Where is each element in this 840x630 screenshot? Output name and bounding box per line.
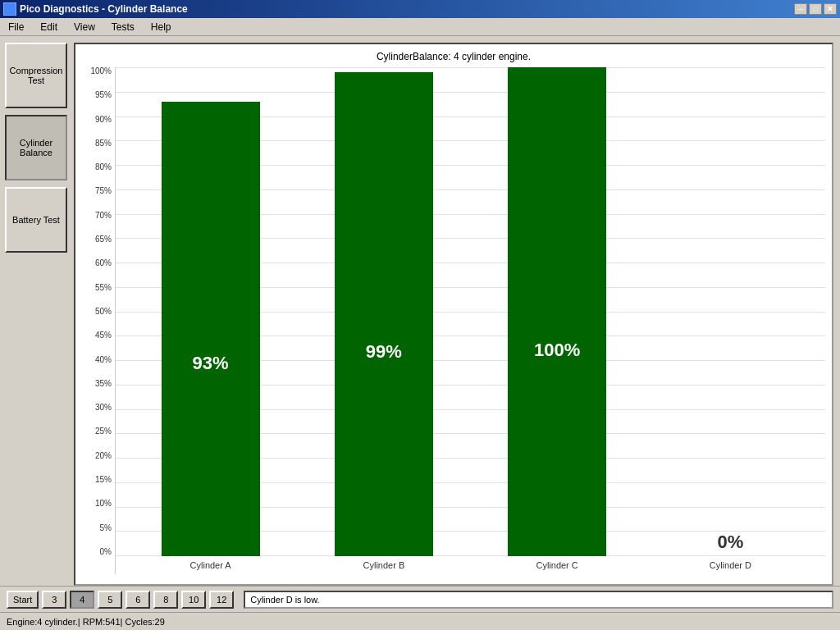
btn-3[interactable]: 3 [42,591,66,609]
bottom-toolbar: Start 3 4 5 6 8 10 12 Cylinder D is low. [0,586,840,612]
menu-bar: File Edit View Tests Help [0,18,840,36]
sidebar-compression-test[interactable]: Compression Test [5,43,67,108]
bar-wrapper-0: 93% [124,67,297,556]
start-button[interactable]: Start [7,591,39,609]
y-label-1: 95% [95,91,112,99]
menu-view[interactable]: View [69,20,100,34]
chart-container: 100% 95% 90% 85% 80% 75% 70% 65% 60% 55%… [82,67,825,574]
sidebar: Compression Test Cylinder Balance Batter… [0,36,74,586]
sidebar-cylinder-balance[interactable]: Cylinder Balance [5,115,67,180]
menu-file[interactable]: File [3,20,29,34]
status-bar: Engine:4 cylinder.| RPM:541| Cycles:29 [0,612,840,630]
sidebar-battery-test[interactable]: Battery Test [5,187,67,253]
btn-5[interactable]: 5 [98,591,122,609]
chart-body: 93%99%100%0% Cylinder ACylinder BCylinde… [115,67,825,574]
close-button[interactable]: ✕ [824,3,837,15]
menu-help[interactable]: Help [146,20,176,34]
status-message: Cylinder D is low. [244,591,833,609]
window-title: Pico Diagnostics - Cylinder Balance [20,3,188,15]
y-label-20: 0% [100,548,112,556]
x-label-3: Cylinder D [644,556,817,574]
x-label-0: Cylinder A [124,556,297,574]
y-axis: 100% 95% 90% 85% 80% 75% 70% 65% 60% 55%… [82,67,115,574]
y-label-10: 50% [95,308,112,316]
y-label-7: 65% [95,235,112,244]
y-label-12: 40% [95,356,112,364]
maximize-button[interactable]: □ [809,3,822,15]
btn-12[interactable]: 12 [209,591,234,609]
menu-tests[interactable]: Tests [107,20,139,34]
status-text: Engine:4 cylinder.| RPM:541| Cycles:29 [7,617,165,627]
chart-area: CylinderBalance: 4 cylinder engine. 100%… [74,43,833,586]
y-label-9: 55% [95,284,112,292]
bar-label-0: 93% [193,353,229,374]
bar-0: 93% [162,102,260,556]
btn-6[interactable]: 6 [126,591,150,609]
title-bar-left: Pico Diagnostics - Cylinder Balance [3,2,188,16]
bar-label-2: 100% [534,340,580,361]
x-label-2: Cylinder C [471,556,644,574]
y-label-8: 60% [95,259,112,267]
btn-8[interactable]: 8 [153,591,178,609]
btn-10[interactable]: 10 [181,591,206,609]
bar-label-3: 0% [717,532,743,553]
bar-wrapper-2: 100% [471,67,644,556]
y-label-0: 100% [90,67,112,75]
app-icon [3,2,16,16]
x-labels: Cylinder ACylinder BCylinder CCylinder D [116,556,825,574]
minimize-button[interactable]: ─ [794,3,807,15]
btn-4[interactable]: 4 [70,591,94,609]
y-label-19: 5% [100,524,112,532]
y-label-15: 25% [95,427,112,436]
y-label-2: 90% [95,116,112,124]
y-label-17: 15% [95,476,112,484]
bar-wrapper-3: 0% [644,67,817,556]
chart-title: CylinderBalance: 4 cylinder engine. [82,51,825,62]
bar-1: 99% [335,72,433,556]
y-label-6: 70% [95,212,112,220]
bar-2: 100% [508,67,606,556]
title-bar: Pico Diagnostics - Cylinder Balance ─ □ … [0,0,840,18]
menu-edit[interactable]: Edit [35,20,62,34]
y-label-16: 20% [95,452,112,460]
bar-label-1: 99% [366,341,402,363]
y-label-18: 10% [95,500,112,508]
title-bar-buttons: ─ □ ✕ [794,3,837,15]
y-label-5: 75% [95,187,112,195]
y-label-3: 85% [95,139,112,148]
y-label-4: 80% [95,163,112,171]
y-label-14: 30% [95,404,112,412]
main-layout: Compression Test Cylinder Balance Batter… [0,36,840,586]
y-label-11: 45% [95,331,112,340]
x-label-1: Cylinder B [297,556,470,574]
bar-wrapper-1: 99% [297,67,470,556]
bars-container: 93%99%100%0% [116,67,825,556]
y-label-13: 35% [95,380,112,388]
